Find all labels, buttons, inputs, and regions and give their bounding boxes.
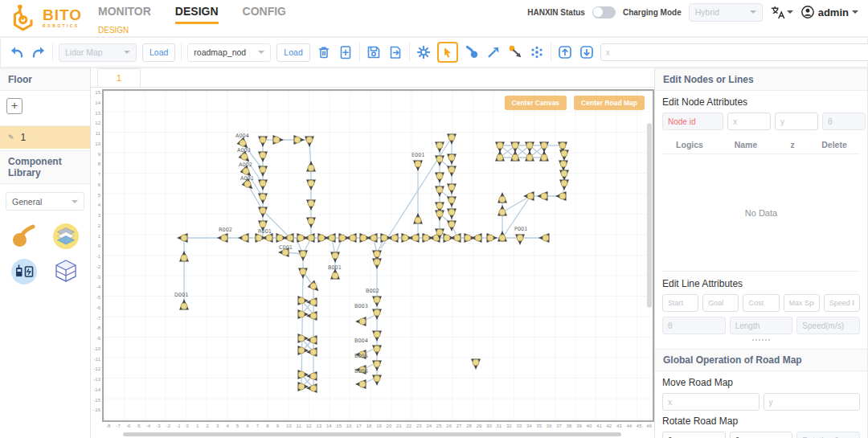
svg-text:C001: C001 — [279, 244, 293, 251]
chevron-down-icon — [258, 51, 264, 57]
move-y-input[interactable] — [764, 393, 861, 411]
svg-text:B004: B004 — [354, 338, 368, 344]
vertical-scrollbar[interactable] — [647, 123, 652, 308]
undo-button[interactable] — [9, 44, 25, 60]
right-panel: Edit Nodes or Lines Edit Node Attributes… — [654, 68, 868, 438]
user-menu[interactable]: admin — [800, 5, 858, 19]
lidar-map-select[interactable]: Lidar Map — [59, 43, 137, 62]
move-roadmap-label: Move Road Map — [662, 377, 860, 388]
breadcrumb: DESIGN — [98, 26, 129, 35]
roadmap-select[interactable]: roadmap_nod — [187, 43, 271, 62]
header-controls: HANXIN Status Charging Mode Hybrid — [527, 0, 858, 24]
rotate-y-input[interactable] — [730, 432, 793, 438]
left-sidebar: Floor + ✎ 1 Component Library General — [0, 68, 91, 438]
rotate-x-input[interactable] — [662, 432, 726, 438]
line-speed-input[interactable] — [796, 317, 860, 334]
line-max-speed-input[interactable] — [784, 294, 820, 312]
component-rack-icon[interactable] — [50, 256, 82, 288]
tab-config[interactable]: CONFIG — [243, 5, 286, 24]
component-station-icon[interactable] — [8, 256, 40, 288]
component-layers-icon[interactable] — [50, 220, 82, 252]
svg-text:A002: A002 — [239, 162, 252, 168]
tab-design[interactable]: DESIGN — [175, 5, 219, 24]
upload-icon[interactable] — [557, 44, 573, 60]
line-length-input[interactable] — [730, 317, 793, 334]
hanxin-status-label: HANXIN Status — [527, 8, 585, 17]
save-icon[interactable] — [366, 44, 382, 60]
hanxin-status-toggle[interactable] — [592, 6, 616, 18]
col-delete: Delete — [810, 140, 858, 149]
chevron-down-icon — [72, 200, 78, 207]
line-speed-percent-input[interactable] — [824, 294, 860, 312]
canvas-area: 1 1514131211109876543210-1-2-3-4-5-6-7-8… — [91, 68, 654, 438]
cursor-icon — [440, 46, 454, 59]
delete-roadmap-icon[interactable] — [316, 44, 332, 60]
col-name: Name — [717, 140, 775, 149]
roadmap-canvas[interactable]: D001R002R001C001B001A004A003A002A001E001… — [102, 89, 654, 422]
cluster-tool[interactable] — [529, 44, 545, 60]
add-floor-button[interactable]: + — [6, 98, 23, 114]
divider — [409, 43, 410, 62]
line-cost-input[interactable] — [743, 294, 779, 312]
username: admin — [818, 6, 849, 18]
center-canvas-button[interactable]: Center Canvas — [505, 96, 567, 110]
svg-text:B003: B003 — [354, 303, 368, 309]
component-node-icon[interactable] — [8, 220, 40, 252]
load-roadmap-button[interactable]: Load — [276, 43, 309, 62]
chevron-down-icon — [124, 51, 130, 57]
global-operation-title: Global Operation of Road Map — [655, 349, 867, 371]
divider — [52, 43, 53, 62]
edit-line-attributes-label: Edit Line Attributes — [662, 278, 860, 289]
settings-gear-icon[interactable] — [416, 44, 432, 60]
tab-monitor[interactable]: MONITOR — [98, 5, 151, 24]
brand-name: BITO — [43, 7, 82, 23]
col-z: z — [775, 140, 810, 149]
resize-handle-icon[interactable] — [752, 339, 770, 342]
redo-button[interactable] — [31, 44, 47, 60]
translate-icon — [770, 5, 785, 20]
directed-line-tool[interactable] — [507, 44, 523, 60]
line-start-input[interactable] — [662, 294, 698, 312]
component-grid — [0, 215, 90, 293]
col-logics: Logics — [662, 140, 717, 149]
line-theta-input[interactable] — [662, 317, 726, 334]
x-coordinate-input[interactable] — [600, 43, 868, 61]
chevron-down-icon — [787, 10, 793, 17]
move-x-input[interactable] — [662, 393, 760, 411]
add-line-tool[interactable] — [485, 44, 502, 60]
node-id-input[interactable] — [662, 113, 723, 130]
svg-text:B001: B001 — [328, 264, 342, 271]
center-roadmap-button[interactable]: Center Road Map — [574, 96, 645, 110]
svg-text:D001: D001 — [174, 292, 188, 298]
component-category-select[interactable]: General — [6, 192, 84, 211]
edit-node-attributes-label: Edit Node Attributes — [662, 96, 860, 108]
vertical-ruler: 1514131211109876543210-1-2-3-4-5-6-7-8-9… — [91, 89, 102, 422]
node-x-input[interactable] — [727, 113, 771, 130]
add-node-tool[interactable] — [464, 44, 480, 60]
roadmap-svg[interactable]: D001R002R001C001B001A004A003A002A001E001… — [104, 91, 653, 422]
svg-text:A001: A001 — [240, 175, 254, 182]
svg-text:E001: E001 — [411, 152, 425, 158]
download-icon[interactable] — [579, 44, 595, 60]
load-lidar-button[interactable]: Load — [142, 43, 175, 62]
app: BITO ROBOTICS MONITOR DESIGN CONFIG DESI… — [0, 0, 868, 438]
charging-mode-select[interactable]: Hybrid — [689, 3, 763, 22]
svg-text:B002: B002 — [366, 288, 379, 294]
select-tool-active[interactable] — [437, 42, 458, 63]
canvas-tab-floor1[interactable]: 1 — [97, 68, 141, 87]
component-library-title: Component Library — [0, 150, 90, 184]
language-switcher[interactable] — [770, 5, 793, 20]
floor-label: 1 — [21, 132, 27, 143]
node-theta-input[interactable] — [822, 113, 866, 130]
floor-item-1[interactable]: ✎ 1 — [0, 126, 90, 149]
floor-panel-title: Floor — [0, 68, 90, 91]
line-goal-input[interactable] — [702, 294, 739, 312]
export-file-icon[interactable] — [387, 44, 403, 60]
rotation-theta-input[interactable] — [796, 432, 860, 438]
divider — [181, 43, 182, 62]
new-file-icon[interactable] — [338, 44, 354, 60]
divider — [359, 43, 360, 62]
horizontal-scrollbar[interactable] — [123, 432, 621, 436]
svg-text:R002: R002 — [219, 227, 232, 233]
node-y-input[interactable] — [775, 113, 818, 130]
